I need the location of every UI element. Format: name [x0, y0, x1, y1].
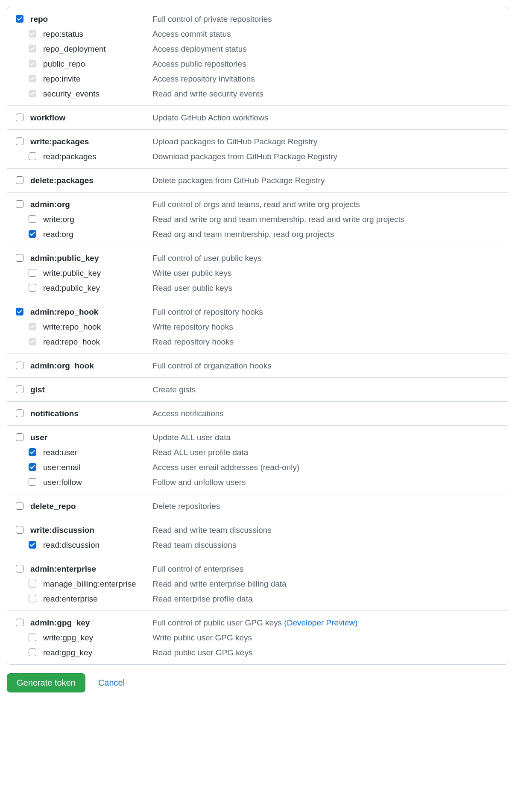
scope-row-read-public-key: read:public_keyRead user public keys	[16, 280, 499, 295]
scope-label: admin:gpg_key	[30, 618, 152, 628]
scope-row-workflow: workflowUpdate GitHub Action workflows	[16, 110, 499, 125]
scope-desc: Read public user GPG keys	[152, 648, 499, 657]
scope-checkbox-delete-packages[interactable]	[16, 176, 23, 184]
scope-checkbox-read-user[interactable]	[29, 448, 36, 456]
scope-group-delete-repo: delete_repoDelete repositories	[7, 494, 508, 518]
scope-row-write-discussion: write:discussionRead and write team disc…	[16, 523, 499, 537]
scope-checkbox-user-follow[interactable]	[29, 478, 36, 486]
scope-desc: Read user public keys	[152, 283, 499, 293]
scope-row-admin-org-hook: admin:org_hookFull control of organizati…	[16, 358, 499, 373]
scope-label: read:org	[43, 229, 152, 239]
scope-row-read-user: read:userRead ALL user profile data	[16, 445, 499, 460]
scope-desc-text: Delete packages from GitHub Package Regi…	[152, 176, 325, 185]
scope-desc: Upload packages to GitHub Package Regist…	[152, 137, 499, 146]
scope-label: notifications	[30, 409, 152, 418]
scope-checkbox-admin-gpg-key[interactable]	[16, 619, 23, 626]
scope-desc: Access notifications	[152, 409, 499, 418]
scope-label: read:gpg_key	[43, 648, 152, 657]
scope-checkbox-read-public-key[interactable]	[29, 284, 36, 292]
scope-row-read-enterprise: read:enterpriseRead enterprise profile d…	[16, 591, 499, 606]
scope-label: delete:packages	[30, 175, 152, 185]
scope-checkbox-repo[interactable]	[16, 15, 23, 23]
scope-desc: Access deployment status	[152, 44, 499, 54]
scope-row-gist: gistCreate gists	[16, 382, 499, 397]
scope-label: security_events	[43, 89, 152, 99]
scope-checkbox-user-email[interactable]	[29, 463, 36, 471]
scope-desc: Full control of public user GPG keys (De…	[152, 618, 499, 628]
scope-row-read-discussion: read:discussionRead team discussions	[16, 537, 499, 552]
scope-checkbox-repo-invite	[29, 75, 36, 82]
scope-desc: Access repository invitations	[152, 74, 499, 84]
scope-checkbox-admin-org[interactable]	[16, 200, 23, 208]
scope-desc: Full control of private repositories	[152, 14, 499, 24]
scope-checkbox-admin-org-hook[interactable]	[16, 362, 23, 369]
scope-checkbox-notifications[interactable]	[16, 409, 23, 417]
scope-row-notifications: notificationsAccess notifications	[16, 406, 499, 421]
cancel-link[interactable]: Cancel	[98, 678, 125, 688]
scope-row-delete-repo: delete_repoDelete repositories	[16, 499, 499, 514]
scope-label: admin:public_key	[30, 253, 152, 263]
scope-row-write-gpg-key: write:gpg_keyWrite public user GPG keys	[16, 630, 499, 645]
scope-checkbox-public-repo	[29, 60, 36, 67]
scope-checkbox-gist[interactable]	[16, 386, 23, 393]
scope-row-admin-gpg-key: admin:gpg_keyFull control of public user…	[16, 615, 499, 630]
scope-group-notifications: notificationsAccess notifications	[7, 402, 508, 426]
scope-desc: Full control of orgs and teams, read and…	[152, 199, 499, 209]
scope-desc-text: Full control of orgs and teams, read and…	[152, 200, 360, 209]
scope-group-write-discussion: write:discussionRead and write team disc…	[7, 518, 508, 557]
generate-token-button[interactable]: Generate token	[7, 673, 85, 692]
scope-label: write:packages	[30, 137, 152, 146]
scope-checkbox-user[interactable]	[16, 433, 23, 441]
scope-desc: Write user public keys	[152, 268, 499, 278]
scope-checkbox-admin-enterprise[interactable]	[16, 565, 23, 572]
scope-checkbox-write-discussion[interactable]	[16, 526, 23, 534]
scope-row-write-org: write:orgRead and write org and team mem…	[16, 212, 499, 227]
scope-group-workflow: workflowUpdate GitHub Action workflows	[7, 106, 508, 130]
scope-desc: Access commit status	[152, 29, 499, 39]
scopes-panel: repoFull control of private repositories…	[7, 7, 508, 665]
scope-row-user: userUpdate ALL user data	[16, 430, 499, 445]
scope-row-admin-enterprise: admin:enterpriseFull control of enterpri…	[16, 561, 499, 576]
scope-label: read:enterprise	[43, 594, 152, 604]
scope-desc: Read org and team membership, read org p…	[152, 229, 499, 239]
scope-label: admin:repo_hook	[30, 307, 152, 317]
scope-checkbox-admin-repo-hook[interactable]	[16, 308, 23, 315]
scope-checkbox-write-packages[interactable]	[16, 137, 23, 145]
scope-row-read-gpg-key: read:gpg_keyRead public user GPG keys	[16, 645, 499, 660]
scope-desc: Download packages from GitHub Package Re…	[152, 152, 499, 161]
scope-checkbox-read-packages[interactable]	[29, 152, 36, 160]
scope-group-admin-public-key: admin:public_keyFull control of user pub…	[7, 246, 508, 300]
scope-checkbox-repo-status	[29, 30, 36, 38]
scope-checkbox-manage-billing-enterprise[interactable]	[29, 580, 36, 587]
scope-row-security-events: security_eventsRead and write security e…	[16, 86, 499, 101]
scope-group-admin-gpg-key: admin:gpg_keyFull control of public user…	[7, 611, 508, 664]
scope-label: read:user	[43, 447, 152, 457]
scope-desc-text: Full control of private repositories	[152, 15, 272, 23]
scope-desc-text: Full control of repository hooks	[152, 307, 263, 316]
scope-row-delete-packages: delete:packagesDelete packages from GitH…	[16, 173, 499, 188]
scope-desc: Delete packages from GitHub Package Regi…	[152, 175, 499, 185]
scope-desc: Update GitHub Action workflows	[152, 113, 499, 123]
scope-row-write-repo-hook: write:repo_hookWrite repository hooks	[16, 319, 499, 334]
scope-row-admin-org: admin:orgFull control of orgs and teams,…	[16, 197, 499, 212]
scope-checkbox-read-gpg-key[interactable]	[29, 648, 36, 656]
scope-label: admin:org_hook	[30, 361, 152, 371]
scope-desc: Full control of organization hooks	[152, 361, 499, 371]
scope-checkbox-write-gpg-key[interactable]	[29, 634, 36, 641]
scope-checkbox-read-discussion[interactable]	[29, 541, 36, 549]
scope-label: admin:enterprise	[30, 564, 152, 574]
scope-desc: Access user email addresses (read-only)	[152, 462, 499, 472]
scope-row-user-email: user:emailAccess user email addresses (r…	[16, 460, 499, 475]
scope-checkbox-workflow[interactable]	[16, 114, 23, 121]
scope-group-admin-enterprise: admin:enterpriseFull control of enterpri…	[7, 557, 508, 611]
developer-preview-link[interactable]: (Developer Preview)	[284, 618, 357, 627]
scope-desc: Delete repositories	[152, 501, 499, 511]
scope-checkbox-read-org[interactable]	[29, 230, 36, 238]
scope-desc-text: Upload packages to GitHub Package Regist…	[152, 137, 318, 146]
scope-checkbox-read-enterprise[interactable]	[29, 595, 36, 602]
scope-checkbox-delete-repo[interactable]	[16, 502, 23, 510]
scope-checkbox-write-public-key[interactable]	[29, 269, 36, 277]
scope-checkbox-admin-public-key[interactable]	[16, 254, 23, 262]
scope-desc: Create gists	[152, 385, 499, 394]
scope-checkbox-write-org[interactable]	[29, 215, 36, 223]
